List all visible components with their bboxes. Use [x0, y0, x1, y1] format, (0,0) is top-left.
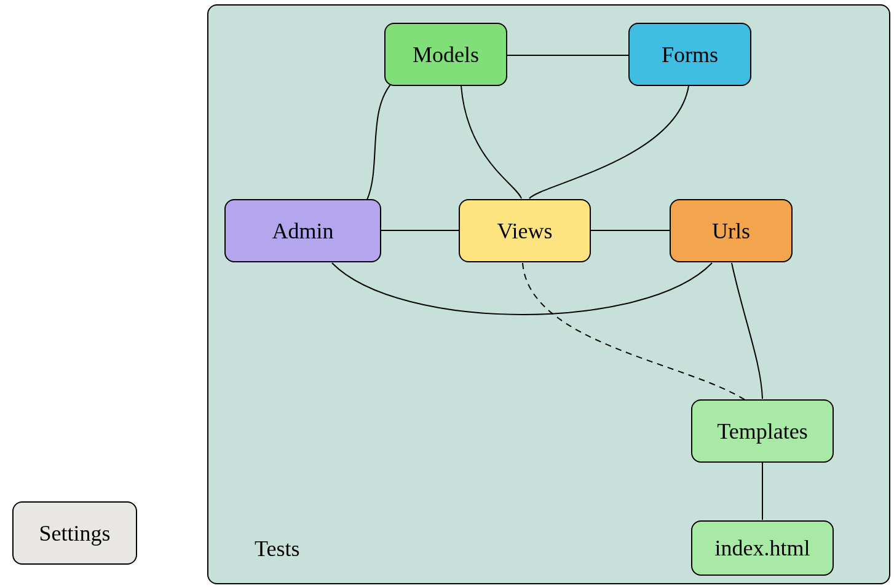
models-label: Models: [413, 42, 479, 68]
urls-label: Urls: [712, 218, 750, 244]
diagram-canvas: Tests Settings Models Forms Admin: [0, 0, 894, 588]
admin-label: Admin: [272, 218, 333, 244]
templates-label: Templates: [717, 418, 807, 444]
forms-node: Forms: [628, 23, 751, 86]
views-label: Views: [497, 218, 553, 244]
tests-label: Tests: [255, 536, 299, 562]
indexhtml-node: index.html: [691, 520, 834, 576]
views-node: Views: [459, 199, 591, 262]
templates-node: Templates: [691, 399, 834, 463]
models-node: Models: [384, 23, 507, 86]
forms-label: Forms: [662, 42, 718, 68]
indexhtml-label: index.html: [715, 535, 810, 561]
settings-node: Settings: [12, 501, 137, 565]
tests-container: Tests: [207, 4, 890, 584]
urls-node: Urls: [670, 199, 793, 262]
admin-node: Admin: [224, 199, 381, 262]
settings-label: Settings: [39, 520, 110, 546]
